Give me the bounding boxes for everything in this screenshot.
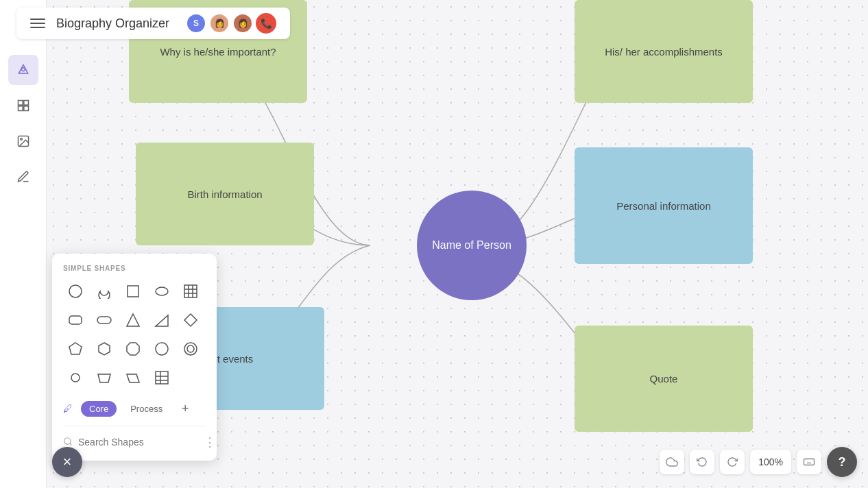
sidebar-grid-button[interactable] (8, 90, 38, 121)
node-birth-info[interactable]: Birth information (136, 143, 314, 245)
shape-panel: SIMPLE SHAPES (52, 254, 217, 461)
sidebar-image-button[interactable] (8, 126, 38, 156)
svg-rect-5 (23, 106, 28, 111)
search-bar: ⋮ (63, 426, 206, 450)
left-sidebar (0, 0, 47, 488)
shape-trapezoid[interactable] (92, 365, 117, 390)
shape-grid-2x3[interactable] (149, 365, 174, 390)
shape-octagon[interactable] (121, 337, 145, 361)
tab-icon: 🖊 (63, 403, 73, 414)
shape-decagon[interactable] (149, 337, 174, 361)
svg-point-25 (184, 343, 197, 355)
phone-button[interactable]: 📞 (256, 13, 276, 34)
svg-marker-0 (19, 65, 27, 74)
shape-diamond[interactable] (178, 308, 203, 332)
svg-rect-30 (156, 371, 168, 384)
shape-circle-sm[interactable] (63, 365, 88, 390)
shapes-grid (63, 279, 206, 390)
node-center[interactable]: Name of Person (417, 191, 527, 300)
svg-rect-16 (69, 316, 82, 324)
shape-rounded-rect[interactable] (63, 308, 88, 332)
svg-marker-19 (156, 315, 168, 326)
svg-rect-11 (184, 285, 197, 297)
shape-pentagon[interactable] (63, 337, 88, 361)
tab-add-button[interactable]: + (176, 400, 194, 417)
svg-marker-21 (69, 343, 82, 354)
menu-button[interactable] (30, 19, 45, 28)
undo-button[interactable] (690, 450, 714, 474)
svg-point-24 (156, 343, 168, 355)
svg-rect-3 (23, 101, 28, 106)
topbar: Biography Organizer S 👩 👩 📞 (0, 0, 868, 47)
panel-section-label: SIMPLE SHAPES (63, 265, 206, 272)
svg-point-1 (21, 68, 25, 71)
avatar-s: S (186, 13, 206, 34)
title-card: Biography Organizer S 👩 👩 📞 (16, 8, 290, 39)
panel-tabs: 🖊 Core Process + (63, 400, 206, 417)
shape-right-triangle[interactable] (149, 308, 174, 332)
avatars-group: S 👩 👩 📞 (186, 13, 276, 34)
help-button[interactable]: ? (827, 447, 857, 477)
svg-marker-29 (127, 374, 139, 382)
page-title: Biography Organizer (56, 16, 169, 31)
shape-table-grid[interactable] (178, 279, 203, 304)
svg-marker-22 (99, 343, 110, 355)
svg-line-35 (70, 443, 72, 445)
svg-rect-17 (97, 317, 111, 324)
tab-core[interactable]: Core (81, 401, 117, 417)
close-button[interactable]: × (52, 447, 82, 477)
shape-parallelogram[interactable] (121, 365, 145, 390)
svg-rect-36 (804, 459, 815, 465)
more-options-button[interactable]: ⋮ (204, 435, 216, 450)
shape-ellipse[interactable] (149, 279, 174, 304)
avatar-3: 👩 (232, 13, 253, 34)
cloud-button[interactable] (660, 450, 684, 474)
svg-rect-2 (18, 101, 23, 106)
sidebar-shapes-button[interactable] (8, 55, 38, 85)
node-personal-info[interactable]: Personal information (575, 147, 753, 264)
svg-marker-18 (127, 314, 139, 326)
shape-circle-outline[interactable] (178, 337, 203, 361)
svg-marker-28 (98, 374, 110, 382)
node-quote[interactable]: Quote (575, 326, 753, 432)
svg-marker-20 (184, 314, 197, 326)
shape-square[interactable] (121, 279, 145, 304)
svg-point-27 (71, 374, 80, 382)
svg-point-10 (156, 287, 168, 295)
svg-marker-23 (127, 343, 139, 355)
search-input[interactable] (78, 437, 198, 448)
shape-circle[interactable] (63, 279, 88, 304)
shape-triangle[interactable] (121, 308, 145, 332)
svg-point-8 (69, 285, 82, 297)
shape-arc[interactable] (92, 279, 117, 304)
zoom-level: 100% (750, 450, 791, 474)
svg-point-7 (20, 138, 21, 141)
tab-process[interactable]: Process (122, 401, 171, 417)
svg-rect-9 (128, 286, 138, 297)
search-icon (63, 437, 73, 448)
bottombar: 100% ? (660, 447, 857, 477)
keyboard-button[interactable] (797, 450, 821, 474)
svg-rect-4 (18, 106, 23, 111)
svg-point-34 (64, 437, 71, 443)
redo-button[interactable] (720, 450, 745, 474)
avatar-2: 👩 (209, 13, 230, 34)
shape-hexagon[interactable] (92, 337, 117, 361)
sidebar-draw-button[interactable] (8, 162, 38, 192)
shape-pill[interactable] (92, 308, 117, 332)
svg-point-26 (187, 345, 194, 352)
